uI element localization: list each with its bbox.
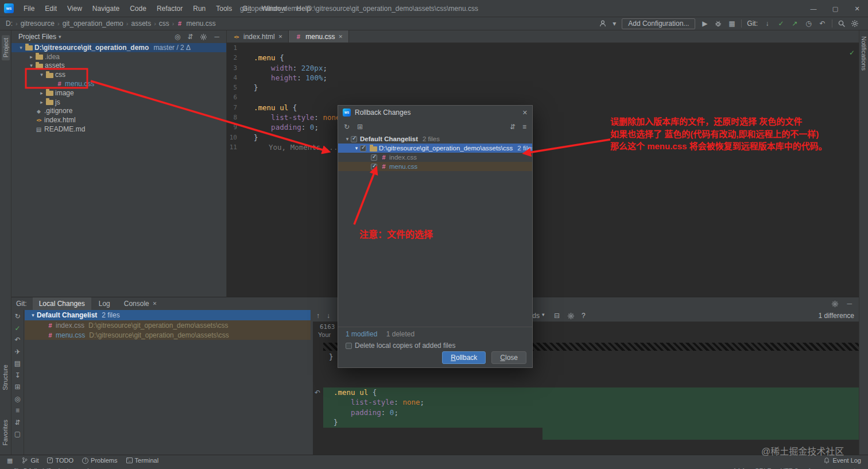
inspections-ok-icon[interactable]: ✓	[849, 49, 855, 57]
tree-row-idea[interactable]: ▸ .idea	[11, 52, 226, 61]
close-icon[interactable]: ✕	[153, 297, 157, 310]
details-icon[interactable]: ▢	[14, 431, 21, 438]
revert-line-icon[interactable]: ↶	[315, 389, 320, 397]
stripe-button-favorites[interactable]: Favorites	[2, 420, 9, 445]
stripe-button-project[interactable]: Project	[2, 35, 10, 60]
group-by-icon[interactable]: ⊞	[14, 383, 20, 391]
add-configuration-button[interactable]: Add Configuration...	[622, 18, 695, 29]
tab-console[interactable]: Console✕	[118, 297, 164, 310]
menu-refactor[interactable]: Refactor	[152, 0, 188, 17]
git-update-icon[interactable]: ↓	[763, 20, 772, 28]
run-icon[interactable]: ▶	[700, 20, 709, 28]
changed-file-row-menu-css[interactable]: menu.css D:\gitresource\git_operation_de…	[25, 330, 311, 340]
tab-log[interactable]: Log	[92, 297, 117, 310]
tree-row-gitignore[interactable]: .gitignore	[11, 107, 226, 116]
changelist-row[interactable]: ▾ Default Changelist 2 files	[25, 310, 311, 320]
git-push-icon[interactable]: ↗	[790, 20, 799, 28]
chevron-down-icon[interactable]: ▾	[28, 63, 35, 68]
chevron-down-icon[interactable]: ▾	[59, 34, 61, 40]
shelve-icon[interactable]: ✈	[14, 348, 20, 356]
dialog-title-bar[interactable]: WS Rollback Changes ✕	[338, 106, 532, 119]
chevron-right-icon[interactable]: ▸	[38, 99, 45, 105]
group-by-icon[interactable]: ⊞	[357, 123, 363, 131]
checkbox[interactable]	[351, 136, 357, 142]
toolwindow-button-problems[interactable]: Problems	[82, 457, 117, 464]
tree-row-project-root[interactable]: ▾ D:\gitresource\git_operation_demo mast…	[11, 43, 226, 52]
chevron-right-icon[interactable]: ▸	[38, 90, 45, 96]
compare-icon[interactable]: ⇵	[14, 419, 20, 427]
menu-tools[interactable]: Tools	[211, 0, 237, 17]
collapse-unchanged-icon[interactable]: ⊟	[554, 312, 560, 320]
rollback-icon[interactable]: ↶	[14, 336, 20, 344]
refresh-icon[interactable]: ↻	[344, 123, 350, 131]
breadcrumb-css[interactable]: css	[158, 20, 170, 28]
user-icon[interactable]	[599, 20, 607, 28]
gear-icon[interactable]	[200, 33, 207, 41]
rollback-button[interactable]: Rollback	[442, 351, 486, 364]
toolwindow-button-todo[interactable]: TODO	[47, 457, 73, 464]
tab-local-changes[interactable]: Local Changes	[33, 297, 91, 310]
tree-row-css[interactable]: ▾ css	[11, 70, 226, 79]
dialog-file-row-index-css[interactable]: index.css	[338, 153, 532, 162]
menu-file[interactable]: File	[18, 0, 40, 17]
tree-row-assets[interactable]: ▾ assets	[11, 61, 226, 71]
maximize-button[interactable]: ▢	[824, 0, 846, 17]
update-icon[interactable]: ↧	[14, 372, 20, 379]
code-editor[interactable]: 1 2.menu { 3 width: 220px; 4 height: 100…	[227, 43, 859, 297]
project-view-selector[interactable]: Project Files	[18, 33, 56, 41]
delete-local-copies-option[interactable]: Delete local copies of added files	[346, 342, 455, 350]
tree-row-image[interactable]: ▸ image	[11, 88, 226, 98]
debug-icon[interactable]	[714, 20, 722, 28]
collapse-all-icon[interactable]: ⇵	[187, 33, 193, 41]
toolwindow-button-terminal[interactable]: Terminal	[126, 457, 159, 464]
toolwindow-button-git[interactable]: Git	[21, 457, 38, 464]
checkbox[interactable]	[371, 164, 377, 170]
chevron-right-icon[interactable]: ▸	[28, 54, 35, 60]
menu-view[interactable]: View	[62, 0, 87, 17]
chevron-down-icon[interactable]: ▾	[38, 72, 45, 77]
dialog-file-row-menu-css[interactable]: menu.css	[338, 162, 532, 171]
next-difference-icon[interactable]: ↓	[327, 312, 330, 320]
dialog-directory-row[interactable]: ▾ D:\gitresource\git_operation_demo\asse…	[338, 144, 532, 153]
breadcrumb-gitresource[interactable]: gitresource	[20, 20, 56, 28]
chevron-down-icon[interactable]: ▾	[29, 312, 37, 318]
menu-edit[interactable]: Edit	[40, 0, 62, 17]
close-button[interactable]: ✕	[846, 0, 868, 17]
breadcrumb-assets[interactable]: assets	[130, 20, 152, 28]
tool-windows-icon[interactable]	[7, 457, 13, 464]
stripe-button-structure[interactable]: Structure	[2, 365, 9, 390]
dialog-changelist-row[interactable]: ▾ Default Changelist 2 files	[338, 134, 532, 144]
breadcrumb-file[interactable]: menu.css	[185, 20, 217, 28]
menu-run[interactable]: Run	[188, 0, 211, 17]
close-icon[interactable]: ✕	[278, 34, 283, 40]
tree-row-menu-css[interactable]: menu.css	[11, 79, 226, 88]
diff-icon[interactable]: ▤	[14, 360, 21, 367]
breadcrumb-drive[interactable]: D:	[5, 20, 14, 28]
close-dialog-button[interactable]: Close	[491, 351, 526, 364]
history-icon[interactable]: ◷	[804, 20, 813, 28]
chevron-down-icon[interactable]: ▾	[344, 136, 351, 142]
search-icon[interactable]	[838, 20, 846, 28]
close-icon[interactable]: ✕	[339, 34, 343, 40]
breadcrumb-project[interactable]: git_operation_demo	[61, 20, 125, 28]
gear-icon[interactable]	[567, 312, 575, 320]
tree-row-index-html[interactable]: index.html	[11, 115, 226, 125]
help-icon[interactable]: ?	[582, 312, 586, 320]
previous-difference-icon[interactable]: ↑	[316, 312, 320, 320]
gear-icon[interactable]	[831, 300, 839, 308]
collapse-all-icon[interactable]: ≡	[522, 123, 526, 131]
chevron-down-icon[interactable]: ▾	[353, 145, 360, 151]
chevron-down-icon[interactable]: ▾	[17, 45, 25, 51]
changed-file-row-index-css[interactable]: index.css D:\gitresource\git_operation_d…	[25, 320, 311, 330]
minimize-button[interactable]: —	[803, 0, 824, 17]
expand-icon[interactable]: ≡	[16, 407, 20, 414]
menu-navigate[interactable]: Navigate	[87, 0, 125, 17]
menu-code[interactable]: Code	[125, 0, 152, 17]
chevron-down-icon[interactable]: ▾	[612, 20, 617, 28]
hide-panel-icon[interactable]: ─	[847, 300, 852, 308]
hide-panel-icon[interactable]: ─	[214, 33, 219, 41]
checkbox[interactable]	[360, 145, 366, 152]
expand-all-icon[interactable]: ⇵	[510, 123, 516, 131]
stripe-button-notifications[interactable]: Notifications	[861, 36, 867, 71]
preview-icon[interactable]: ◎	[14, 396, 20, 403]
